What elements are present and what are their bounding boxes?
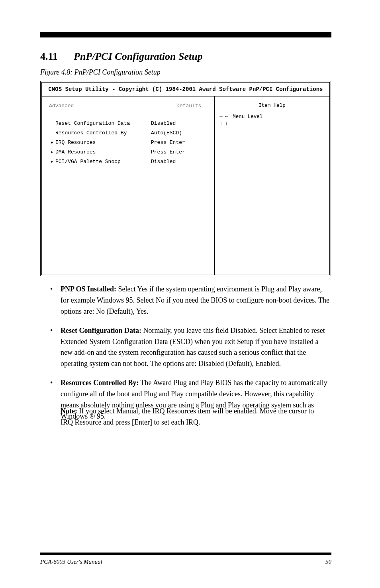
- up-arrow-icon: ↑: [219, 120, 223, 128]
- bios-menu-list: Reset Configuration Data Disabled Resour…: [49, 119, 207, 167]
- item-label: PCI/VGA Palette Snoop: [55, 158, 151, 166]
- left-arrow-icon: ←: [225, 113, 228, 120]
- header-rule: [40, 32, 331, 37]
- bios-left-pane: Advanced Defaults Reset Configuration Da…: [42, 96, 214, 275]
- page-footer: PCA-6003 User's Manual 50: [40, 559, 331, 565]
- bios-menu-item[interactable]: ▸ PCI/VGA Palette Snoop Disabled: [49, 157, 207, 167]
- bullet-label: Reset Configuration Data:: [61, 326, 141, 334]
- bullet-label: PNP OS Installed:: [61, 285, 116, 293]
- footer-left: PCA-6003 User's Manual: [40, 559, 102, 565]
- col-header-2: Defaults: [176, 102, 201, 110]
- footer-rule: [40, 553, 331, 555]
- note-text: If you select Manual, the IRQ Resources …: [61, 407, 314, 426]
- bios-menu-item[interactable]: Reset Configuration Data Disabled: [49, 119, 207, 128]
- note-label: Note:: [61, 407, 77, 415]
- bullet-item: • PNP OS Installed: Select Yes if the sy…: [50, 284, 331, 317]
- figure-caption: Figure 4.8: PnP/PCI Configuration Setup: [40, 69, 161, 76]
- bios-column-headers: Advanced Defaults: [49, 102, 207, 110]
- note-block: Note: If you select Manual, the IRQ Reso…: [61, 406, 323, 428]
- bullet-label: Resources Controlled By:: [61, 379, 139, 387]
- section-title: PnP/PCI Configuration Setup: [74, 51, 203, 62]
- submenu-icon: ▸: [49, 139, 55, 147]
- bullet-icon: •: [50, 325, 61, 370]
- down-arrow-icon: ↓: [225, 120, 228, 128]
- bios-menu-item[interactable]: Resources Controlled By Auto(ESCD): [49, 128, 207, 138]
- bullet-item: • Reset Configuration Data: Normally, yo…: [50, 325, 331, 370]
- item-label: Resources Controlled By: [55, 129, 151, 137]
- bios-menu-item[interactable]: ▸ IRQ Resources Press Enter: [49, 138, 207, 147]
- item-label: Reset Configuration Data: [55, 120, 151, 128]
- item-value: Auto(ESCD): [151, 129, 182, 137]
- menu-level-label: Menu Level: [233, 113, 262, 120]
- submenu-icon: ▸: [49, 148, 55, 156]
- right-arrow-icon: →: [219, 113, 223, 120]
- item-label: DMA Resources: [55, 148, 151, 156]
- help-title: Item Help: [219, 102, 325, 109]
- bios-title: CMOS Setup Utility - Copyright (C) 1984-…: [42, 83, 329, 96]
- item-value: Disabled: [151, 158, 176, 166]
- bullet-icon: •: [50, 378, 61, 422]
- col-header-1: Advanced: [49, 102, 137, 110]
- page-number: 50: [325, 559, 331, 565]
- section-number: 4.11: [40, 51, 58, 62]
- item-value: Press Enter: [151, 148, 185, 156]
- bios-menu-item[interactable]: ▸ DMA Resources Press Enter: [49, 147, 207, 157]
- bullet-icon: •: [50, 284, 61, 317]
- bios-setup-window: CMOS Setup Utility - Copyright (C) 1984-…: [40, 81, 331, 276]
- submenu-icon: ▸: [49, 158, 55, 166]
- item-label: IRQ Resources: [55, 139, 151, 147]
- item-value: Disabled: [151, 120, 176, 128]
- bios-help-pane: Item Help →←Menu Level ↑↓: [214, 96, 329, 275]
- item-value: Press Enter: [151, 139, 185, 147]
